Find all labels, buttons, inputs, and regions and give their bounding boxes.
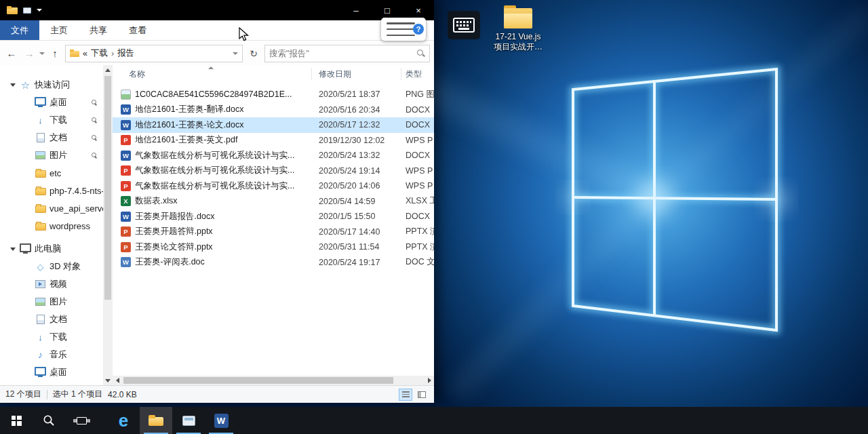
file-row[interactable]: 1C0CAC8AE541C5596C284974B2D1E... 2020/5/… [113,87,434,102]
file-name: 气象数据在线分析与可视化系统设计与实... [135,180,294,192]
sidebar-item[interactable]: wordpress [0,217,103,235]
address-box[interactable]: « 下载 › 报告 [65,45,243,62]
file-row[interactable]: 王荟奥论文答辩.pptx 2020/5/31 11:54 PPTX 演 [113,239,434,255]
taskbar-explorer-button[interactable] [140,407,172,434]
breadcrumb-downloads[interactable]: 下载 [91,47,108,59]
taskbar-word-button[interactable]: W [205,407,237,434]
file-row[interactable]: 王荟奥开题答辩.pptx 2020/5/17 14:40 PPTX 演 [113,224,434,240]
sidebar-item-label: 图片 [50,149,67,161]
file-name: 1C0CAC8AE541C5596C284974B2D1E... [135,90,292,99]
file-row[interactable]: 气象数据在线分析与可视化系统设计与实... 2020/5/20 14:06 WP… [113,178,434,194]
file-list: 名称 修改日期 类型 1C0CAC8AE541C5596C284974B2D1E… [113,65,434,385]
sidebar-item[interactable]: 图片 [0,146,103,164]
file-date: 2020/5/20 14:06 [312,181,401,191]
file-date: 2020/5/21 18:37 [312,90,401,99]
sidebar-item[interactable]: 文档 [0,311,103,328]
forward-button[interactable]: → [22,47,37,59]
column-header-name[interactable]: 名称 [113,68,312,80]
sidebar-item[interactable]: 3D 对象 [0,258,103,275]
column-header-type[interactable]: 类型 [401,68,434,80]
file-type-icon [121,135,131,145]
expand-chevron-icon[interactable] [9,83,16,87]
sidebar-item[interactable]: 桌面 [0,94,103,111]
sidebar-item[interactable]: 图片 [0,293,103,311]
sidebar-scrollbar[interactable] [103,65,113,385]
scroll-right-arrow[interactable] [425,376,434,385]
sidebar-item-label: 快速访问 [35,79,70,91]
folder-icon [502,5,534,30]
sidebar-item[interactable]: 音乐 [0,346,103,363]
minimize-button[interactable]: – [340,0,372,20]
file-row[interactable]: 地信21601-王荟奥-论文.docx 2020/5/17 12:32 DOCX [113,117,434,133]
file-row[interactable]: 气象数据在线分析与可视化系统设计与实... 2020/5/24 13:32 DO… [113,148,434,163]
task-view-button[interactable] [65,407,98,434]
file-explorer-window: – □ × 文件 主页 共享 查看 ← → ↑ « 下载 › 报告 ↻ [0,0,434,403]
ribbon-tab[interactable]: 共享 [79,20,118,40]
taskbar-edge-button[interactable]: e [107,407,140,434]
start-button[interactable] [0,407,33,434]
up-button[interactable]: ↑ [47,47,62,59]
address-dropdown-icon[interactable] [233,52,238,55]
sidebar-item[interactable]: php-7.4.5-nts-\ [0,182,103,199]
refresh-button[interactable]: ↻ [245,48,262,59]
file-type: WPS P [401,181,434,191]
scroll-left-arrow[interactable] [113,376,122,385]
qat-dropdown-icon[interactable] [37,9,42,12]
sidebar-item-label: php-7.4.5-nts-\ [50,186,103,196]
ribbon-tab[interactable]: 主页 [39,20,79,40]
sidebar-item[interactable]: etc [0,164,103,182]
help-badge[interactable]: ? [413,24,424,35]
file-row[interactable]: 数据表.xlsx 2020/5/4 14:59 XLSX 工 [113,194,434,210]
file-row[interactable]: 王荟奥-评阅表.doc 2020/5/24 19:17 DOC 文 [113,255,434,271]
sidebar-item[interactable]: 此电脑 [0,240,103,258]
file-type-icon [121,226,131,237]
sidebar-item-icon [35,332,46,342]
taskbar-search-button[interactable] [33,407,65,434]
quick-access-toolbar-icon[interactable] [23,7,31,14]
file-date: 2020/5/24 19:14 [312,166,401,176]
status-bar: 12 个项目 选中 1 个项目 42.0 KB [0,385,434,403]
file-date: 2020/1/5 15:50 [312,212,401,221]
sidebar-item-icon [35,261,46,272]
column-header-date[interactable]: 修改日期 [312,68,401,80]
search-icon[interactable] [416,49,425,58]
sidebar-item[interactable]: 下载 [0,328,103,346]
ribbon-tab[interactable]: 查看 [118,20,157,40]
large-icons-view-button[interactable] [415,389,429,401]
recorder-overlay-widget[interactable]: ? [381,18,426,41]
back-button[interactable]: ← [4,47,19,59]
sidebar-item-icon [35,367,46,378]
search-input[interactable] [269,49,416,58]
taskbar-app-window-button[interactable] [172,407,205,434]
scroll-up-arrow[interactable] [103,65,113,75]
file-type-icon [121,257,131,267]
sidebar-item-icon [35,132,46,143]
sidebar-item[interactable]: 文档 [0,129,103,146]
file-row[interactable]: 地信21601-王荟奥-翻译.docx 2020/5/16 20:34 DOCX [113,102,434,118]
pin-icon [91,135,97,141]
sidebar-item[interactable]: 下载 [0,111,103,129]
breadcrumb-reports[interactable]: 报告 [117,47,134,59]
ribbon-tab[interactable]: 文件 [0,20,39,40]
scrollbar-thumb[interactable] [123,377,393,384]
file-row[interactable]: 地信21601-王荟奥-英文.pdf 2019/12/30 12:02 WPS … [113,133,434,149]
horizontal-scrollbar[interactable] [113,376,434,385]
file-name: 气象数据在线分析与可视化系统设计与实... [135,150,294,161]
sidebar-item[interactable]: 快速访问 [0,76,103,94]
details-view-button[interactable] [399,389,412,401]
scrollbar-thumb[interactable] [104,76,111,300]
touch-keyboard-button[interactable] [448,11,480,39]
sidebar-item[interactable]: 桌面 [0,363,103,381]
history-dropdown-icon[interactable] [39,52,45,55]
scroll-down-arrow[interactable] [103,376,113,385]
expand-chevron-icon[interactable] [9,248,16,251]
sidebar-item-label: vue_api_server [50,203,103,214]
file-row[interactable]: 气象数据在线分析与可视化系统设计与实... 2020/5/24 19:14 WP… [113,163,434,179]
taskbar: e W [0,407,868,434]
sidebar-item[interactable]: 视频 [0,275,103,293]
sidebar-item[interactable]: vue_api_server [0,199,103,217]
file-type-icon [121,151,131,161]
file-row[interactable]: 王荟奥开题报告.docx 2020/1/5 15:50 DOCX [113,209,434,224]
desktop-shortcut-vue-project[interactable]: 17-21 Vue.js 项目实战开… [494,5,542,52]
file-date: 2020/5/24 13:32 [312,151,401,160]
